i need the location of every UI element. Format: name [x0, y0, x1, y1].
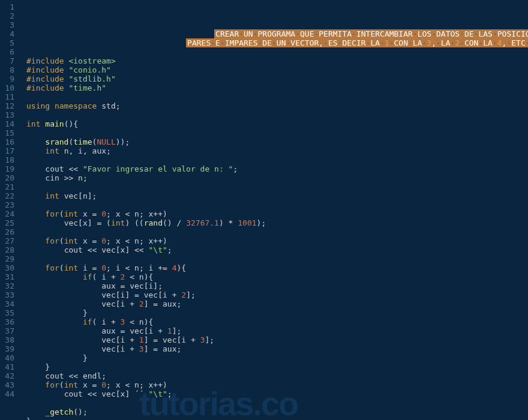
- code-line[interactable]: aux = vec[i + 1];: [26, 326, 528, 335]
- code-line[interactable]: if( i + 3 < n){: [26, 317, 528, 326]
- code-line[interactable]: vec[i] = vec[i + 2];: [26, 290, 528, 299]
- code-line[interactable]: vec[i + 2] = aux;: [26, 299, 528, 308]
- code-line[interactable]: vec[x] = (int) ((rand() / 32767.1) * 100…: [26, 218, 528, 227]
- code-line[interactable]: using namespace std;: [26, 101, 528, 110]
- line-number: 30: [5, 263, 14, 272]
- line-number: 42: [5, 371, 14, 380]
- code-line[interactable]: #include <iostream>: [26, 56, 528, 65]
- line-number: 3: [5, 20, 14, 29]
- code-line[interactable]: #include "stdlib.h": [26, 74, 528, 83]
- line-number: 32: [5, 281, 14, 290]
- code-line[interactable]: cout << vec[x] << "\t";: [26, 245, 528, 254]
- line-number: 2: [5, 11, 14, 20]
- line-number: 29: [5, 254, 14, 263]
- line-number: 7: [5, 56, 14, 65]
- line-number: 17: [5, 146, 14, 155]
- code-line[interactable]: srand(time(NULL));: [26, 137, 528, 146]
- code-editor[interactable]: 1234567891011121314151617181920212223242…: [0, 0, 528, 420]
- code-line[interactable]: if( i + 2 < n){: [26, 272, 528, 281]
- line-number: 16: [5, 137, 14, 146]
- code-line[interactable]: for(int x = 0; x < n; x++): [26, 209, 528, 218]
- code-line[interactable]: cout << endl;: [26, 371, 528, 380]
- code-line[interactable]: cout << "Favor ingresar el valor de n: "…: [26, 164, 528, 173]
- line-number: 21: [5, 182, 14, 191]
- line-number: 19: [5, 164, 14, 173]
- line-number: 24: [5, 209, 14, 218]
- line-number: 22: [5, 191, 14, 200]
- code-line[interactable]: for(int x = 0; x < n; x++): [26, 236, 528, 245]
- code-line[interactable]: cout << vec[x] ´´ "\t";: [26, 389, 528, 398]
- code-line[interactable]: }: [26, 308, 528, 317]
- line-number: 15: [5, 128, 14, 137]
- line-number: 4: [5, 29, 14, 38]
- line-number: 43: [5, 380, 14, 389]
- code-line[interactable]: int vec[n];: [26, 191, 528, 200]
- line-number: 5: [5, 38, 14, 47]
- code-line[interactable]: cin >> n;: [26, 173, 528, 182]
- code-line[interactable]: [26, 128, 528, 137]
- line-number: 33: [5, 290, 14, 299]
- code-line[interactable]: [26, 182, 528, 191]
- code-line[interactable]: [26, 398, 528, 407]
- line-number: 10: [5, 83, 14, 92]
- line-number: 9: [5, 74, 14, 83]
- code-line[interactable]: [26, 227, 528, 236]
- code-line[interactable]: vec[i + 1] = vec[i + 3];: [26, 335, 528, 344]
- code-line[interactable]: _getch();: [26, 407, 528, 416]
- line-number: 14: [5, 119, 14, 128]
- code-area[interactable]: tutorias.co CREAR·UN·PROGRAMA·QUE·PERMIT…: [19, 0, 528, 420]
- code-line[interactable]: [26, 110, 528, 119]
- code-line[interactable]: [26, 155, 528, 164]
- line-number: 27: [5, 236, 14, 245]
- code-line[interactable]: int main(){: [26, 119, 528, 128]
- code-line[interactable]: PARES·E·IMPARES·DE·UN·VECTOR,·ES·DECIR·L…: [26, 38, 528, 47]
- code-line[interactable]: int n, i, aux;: [26, 146, 528, 155]
- code-line[interactable]: }: [26, 353, 528, 362]
- code-line[interactable]: vec[i + 3] = aux;: [26, 344, 528, 353]
- code-line[interactable]: for(int x = 0; x < n; x++): [26, 380, 528, 389]
- line-number: 1: [5, 2, 14, 11]
- line-number: 39: [5, 344, 14, 353]
- line-number: 25: [5, 218, 14, 227]
- line-number: 20: [5, 173, 14, 182]
- code-line[interactable]: CREAR·UN·PROGRAMA·QUE·PERMITA·INTERCAMBI…: [26, 29, 528, 38]
- line-number: 34: [5, 299, 14, 308]
- line-number: 36: [5, 317, 14, 326]
- code-line[interactable]: aux = vec[i];: [26, 281, 528, 290]
- line-number: 18: [5, 155, 14, 164]
- line-number: 28: [5, 245, 14, 254]
- line-number: 13: [5, 110, 14, 119]
- code-line[interactable]: [26, 47, 528, 56]
- line-number: 8: [5, 65, 14, 74]
- line-number: 37: [5, 326, 14, 335]
- line-number: 23: [5, 200, 14, 209]
- line-number: 6: [5, 47, 14, 56]
- code-line[interactable]: [26, 200, 528, 209]
- code-line[interactable]: }: [26, 416, 528, 420]
- line-number: 26: [5, 227, 14, 236]
- code-line[interactable]: #include "conio.h": [26, 65, 528, 74]
- code-line[interactable]: [26, 92, 528, 101]
- line-number: 12: [5, 101, 14, 110]
- line-number: 38: [5, 335, 14, 344]
- code-line[interactable]: for(int i = 0; i < n; i += 4){: [26, 263, 528, 272]
- line-number: 35: [5, 308, 14, 317]
- line-number: 44: [5, 389, 14, 398]
- line-number: 31: [5, 272, 14, 281]
- code-line[interactable]: }: [26, 362, 528, 371]
- line-number: 41: [5, 362, 14, 371]
- line-number: 40: [5, 353, 14, 362]
- line-number: 11: [5, 92, 14, 101]
- code-line[interactable]: [26, 254, 528, 263]
- line-number-gutter: 1234567891011121314151617181920212223242…: [0, 0, 19, 420]
- code-line[interactable]: #include "time.h": [26, 83, 528, 92]
